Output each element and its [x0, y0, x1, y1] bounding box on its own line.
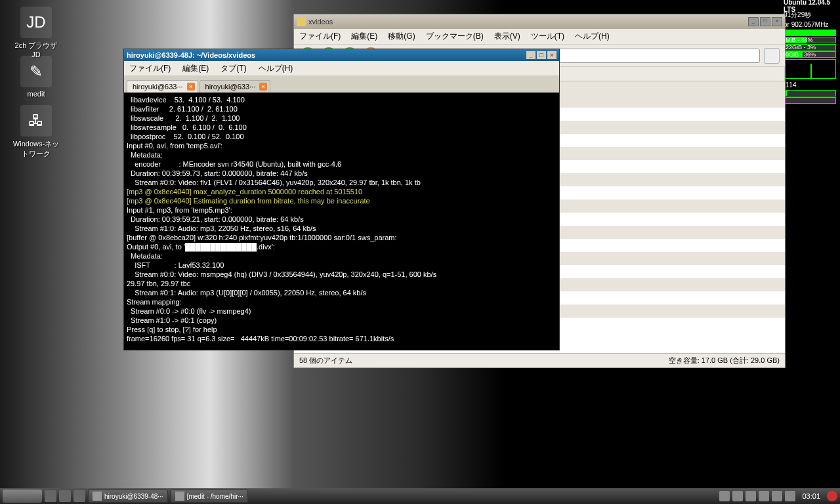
terminal-line: Metadata:	[127, 251, 556, 261]
desktop-icon[interactable]: ✎medit	[10, 56, 62, 98]
terminal-line: Output #0, avi, to '██████████████.divx'…	[127, 242, 556, 251]
terminal-line: Stream #1:0: Audio: mp3, 22050 Hz, stere…	[127, 224, 556, 233]
tray-icon[interactable]	[759, 491, 769, 501]
app-icon: 🖧	[20, 105, 52, 136]
fm-title-text: xvideos	[308, 18, 333, 26]
terminal-line: Input #1, mp3, from 'temp5.mp3':	[127, 205, 556, 215]
quicklaunch-icon[interactable]	[74, 490, 85, 502]
icon-label: Windows-ネットワーク	[10, 139, 62, 159]
usage-bar: 0GiB - 36%	[784, 51, 836, 58]
terminal-line: [mp3 @ 0x8ec4040] Estimating duration fr…	[127, 196, 556, 205]
net-bar	[784, 90, 836, 96]
terminal-tab[interactable]: hiroyuki@633···×	[200, 80, 271, 93]
fm-free-space: 空き容量: 17.0 GB (合計: 29.0 GB)	[669, 356, 780, 366]
folder-icon	[297, 17, 306, 26]
term-menubar: ファイル(F)編集(E)タブ(T)ヘルプ(H)	[124, 61, 559, 75]
terminal-line: Stream #0:1: Audio: mp3 (U[0][0][0] / 0x…	[127, 288, 556, 297]
terminal-line: Stream #0:0 -> #0:0 (flv -> msmpeg4)	[127, 306, 556, 316]
terminal-line: libpostproc 52. 0.100 / 52. 0.100	[127, 132, 556, 141]
terminal-line: Stream #0:0: Video: msmpeg4 (hq) (DIV3 /…	[127, 270, 556, 279]
terminal-line: Stream mapping:	[127, 297, 556, 306]
term-min-button[interactable]: _	[526, 51, 536, 59]
terminal-line: libswscale 2. 1.100 / 2. 1.100	[127, 114, 556, 123]
task-label: [medit - /home/hir···	[187, 493, 243, 500]
start-menu-button[interactable]	[3, 490, 42, 503]
term-tabbar: hiroyuki@633···×hiroyuki@633···×	[124, 75, 559, 93]
taskbar: hiroyuki@6339-48···[medit - /home/hir···…	[0, 488, 840, 504]
tab-close-icon[interactable]: ×	[187, 83, 195, 91]
app-icon: JD	[20, 7, 52, 38]
menu-item[interactable]: ヘルプ(H)	[575, 31, 610, 42]
terminal-tab[interactable]: hiroyuki@633···×	[127, 80, 198, 93]
power-icon[interactable]	[827, 491, 837, 501]
tray-icon[interactable]	[772, 491, 782, 501]
menu-item[interactable]: 表示(V)	[494, 31, 520, 42]
menu-item[interactable]: ヘルプ(H)	[259, 63, 293, 74]
taskbar-clock[interactable]: 03:01	[798, 492, 824, 500]
terminal-line: libswresample 0. 6.100 / 0. 6.100	[127, 123, 556, 132]
menu-item[interactable]: ファイル(F)	[299, 31, 341, 42]
taskbar-task[interactable]: [medit - /home/hir···	[171, 490, 248, 503]
cpu-freq-label: or 902.057MHz	[784, 20, 837, 29]
system-monitor-panel: Ubuntu 12.04.5 LTS 01分29秒 or 902.057MHz …	[781, 0, 840, 106]
menu-item[interactable]: ツール(T)	[531, 31, 564, 42]
terminal-line: ISFT : Lavf53.32.100	[127, 261, 556, 270]
menu-item[interactable]: 移動(G)	[388, 31, 415, 42]
task-icon	[175, 492, 184, 501]
cpu-bar	[784, 30, 836, 36]
icon-label: medit	[10, 90, 62, 98]
menu-item[interactable]: 編集(E)	[182, 63, 209, 74]
desktop-icon[interactable]: 🖧Windows-ネットワーク	[10, 105, 62, 159]
terminal-line: Press [q] to stop, [?] for help	[127, 325, 556, 334]
close-button[interactable]: ×	[772, 17, 782, 26]
terminal-line: libavdevice 53. 4.100 / 53. 4.100	[127, 95, 556, 104]
tab-label: hiroyuki@633···	[133, 83, 183, 91]
tray-icon[interactable]	[785, 491, 795, 501]
terminal-line: libavfilter 2. 61.100 / 2. 61.100	[127, 104, 556, 114]
terminal-window: hiroyuki@6339-48J: ~/Videos/xvideos _ □ …	[123, 49, 560, 350]
term-close-button[interactable]: ×	[547, 51, 556, 59]
terminal-line: Duration: 00:39:59.21, start: 0.000000, …	[127, 215, 556, 224]
terminal-line: 29.97 tbn, 29.97 tbc	[127, 279, 556, 288]
menu-item[interactable]: 編集(E)	[351, 31, 377, 42]
os-label: Ubuntu 12.04.5 LTS	[784, 1, 837, 10]
quicklaunch-icon[interactable]	[59, 490, 71, 502]
fm-item-count: 58 個のアイテム	[299, 356, 669, 366]
fm-menubar: ファイル(F)編集(E)移動(G)ブックマーク(B)表示(V)ツール(T)ヘルプ…	[294, 29, 785, 45]
task-label: hiroyuki@6339-48···	[104, 493, 163, 500]
search-button[interactable]	[764, 48, 780, 64]
fm-statusbar: 58 個のアイテム 空き容量: 17.0 GB (合計: 29.0 GB)	[294, 353, 785, 368]
quicklaunch-icon[interactable]	[45, 490, 56, 502]
terminal-line: Stream #0:0: Video: flv1 (FLV1 / 0x31564…	[127, 178, 556, 187]
taskbar-task[interactable]: hiroyuki@6339-48···	[88, 490, 168, 503]
tray-icon[interactable]	[719, 491, 730, 501]
tray-icon[interactable]	[746, 491, 756, 501]
desktop-icon[interactable]: JD2ch ブラウザ JD	[10, 7, 62, 58]
terminal-line: [buffer @ 0x8ebca20] w:320 h:240 pixfmt:…	[127, 233, 556, 242]
menu-item[interactable]: ファイル(F)	[129, 63, 171, 74]
term-titlebar[interactable]: hiroyuki@6339-48J: ~/Videos/xvideos _ □ …	[124, 49, 559, 61]
term-title-text: hiroyuki@6339-48J: ~/Videos/xvideos	[127, 51, 255, 59]
term-max-button[interactable]: □	[537, 51, 546, 59]
terminal-line: frame=16260 fps= 31 q=6.3 size= 44447kB …	[127, 334, 556, 343]
terminal-line: encoder : MEncoder svn r34540 (Ubuntu), …	[127, 159, 556, 169]
tray-icon[interactable]	[732, 491, 743, 501]
net-value: .114	[784, 80, 837, 89]
terminal-line: [mp3 @ 0x8ec4040] max_analyze_duration 5…	[127, 187, 556, 196]
terminal-output[interactable]: libavdevice 53. 4.100 / 53. 4.100 libavf…	[124, 93, 559, 350]
net-bar2	[784, 97, 836, 104]
tab-close-icon[interactable]: ×	[259, 83, 267, 91]
terminal-line: Stream #1:0 -> #0:1 (copy)	[127, 316, 556, 325]
usage-bar: 22GiB - 3%	[784, 44, 836, 51]
app-icon: ✎	[20, 56, 52, 87]
cpu-graph	[784, 59, 836, 79]
terminal-line: Input #0, avi, from 'temp5.avi':	[127, 141, 556, 150]
menu-item[interactable]: ブックマーク(B)	[426, 31, 484, 42]
task-icon	[93, 492, 102, 501]
fm-titlebar[interactable]: xvideos _ □ ×	[294, 14, 785, 29]
maximize-button[interactable]: □	[760, 17, 770, 26]
menu-item[interactable]: タブ(T)	[220, 63, 246, 74]
minimize-button[interactable]: _	[748, 17, 759, 26]
terminal-line: Duration: 00:39:59.73, start: 0.000000, …	[127, 169, 556, 178]
usage-bar: MiB - 44%	[784, 37, 836, 43]
